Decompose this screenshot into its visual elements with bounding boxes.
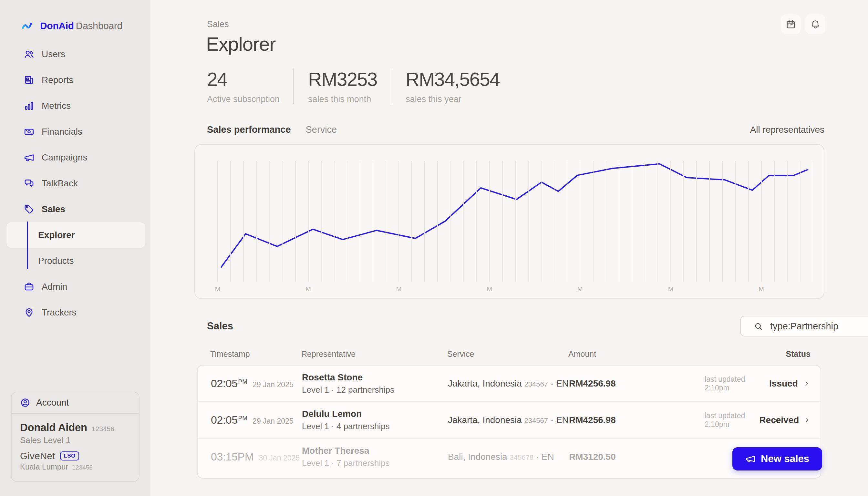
campaigns-icon	[24, 152, 34, 163]
sales-section-title: Sales	[207, 320, 233, 332]
chevron-right-icon[interactable]	[803, 380, 810, 388]
gridline	[722, 161, 723, 282]
sidebar-item-users[interactable]: Users	[0, 41, 151, 67]
app-window: DonAidDashboard UsersReportsMetricsFinan…	[0, 0, 868, 496]
sidebar: DonAidDashboard UsersReportsMetricsFinan…	[0, 0, 151, 496]
gridline	[748, 161, 749, 282]
admin-icon	[24, 281, 34, 292]
gridline	[243, 161, 244, 282]
sidebar-item-reports[interactable]: Reports	[0, 67, 151, 93]
service-cell: Jakarta, Indonesia 234567 · EN	[448, 415, 569, 425]
tab-sales-performance[interactable]: Sales performance	[207, 124, 291, 135]
new-sales-button[interactable]: New sales	[732, 447, 822, 470]
stat-value: RM34,5654	[406, 68, 500, 90]
account-org-name: GiveNet	[20, 450, 55, 462]
sidebar-item-metrics[interactable]: Metrics	[0, 93, 151, 119]
gridline	[489, 161, 490, 282]
stat-label: Active subscription	[207, 94, 280, 104]
breadcrumb: Sales	[207, 19, 229, 29]
stats-row: 24 Active subscriptionRM3253 sales this …	[207, 68, 528, 104]
bottom-fade	[196, 478, 868, 496]
account-org-location: Kuala Lumpur	[20, 462, 68, 471]
top-actions	[781, 14, 825, 34]
representatives-selector[interactable]: All representatives	[750, 125, 824, 135]
account-user-role: Sales Level 1	[20, 435, 130, 445]
status-cell: last updated 2:10pm Issued	[704, 375, 810, 392]
gridline	[360, 161, 360, 282]
gridline	[476, 161, 477, 282]
account-user-name: Donald Aiden	[20, 421, 87, 434]
stat-label: sales this year	[406, 94, 500, 104]
gridline	[619, 161, 619, 282]
x-tick-label: M	[487, 285, 492, 293]
brand-name: DonAidDashboard	[40, 20, 122, 31]
gridline	[295, 161, 296, 282]
sales-icon	[24, 204, 34, 215]
brand-logo: DonAidDashboard	[0, 19, 151, 33]
amount-cell: RM4256.98	[569, 415, 704, 425]
gridline	[657, 161, 658, 282]
table-row-2[interactable]: 03:15PM 30 Jan 2025 Mother Theresa Level…	[198, 438, 821, 475]
table-row-0[interactable]: 02:05PM 29 Jan 2025 Rosetta Stone Level …	[198, 366, 821, 402]
gridline	[282, 161, 282, 282]
sidebar-subitem-products[interactable]: Products	[0, 248, 151, 274]
gridline	[373, 161, 373, 282]
timestamp-cell: 03:15PM 30 Jan 2025	[211, 450, 302, 463]
chevron-right-icon[interactable]	[804, 416, 810, 424]
gridline	[709, 161, 710, 282]
representative-cell: Delulu Lemon Level 1 · 4 partnerships	[302, 409, 448, 431]
sidebar-item-campaigns[interactable]: Campaigns	[0, 145, 151, 170]
chart-tabs: Sales performance Service All representa…	[207, 124, 824, 135]
sidebar-item-trackers[interactable]: Trackers	[0, 300, 151, 326]
gridline	[813, 161, 813, 282]
x-tick-label: M	[668, 285, 673, 293]
representative-cell: Mother Theresa Level 1 · 7 partnerships	[302, 446, 448, 468]
sidebar-nav: UsersReportsMetricsFinancialsCampaignsTa…	[0, 41, 151, 326]
sidebar-item-sales[interactable]: Sales	[0, 196, 151, 222]
main-content: Sales Explorer 24 Active subscriptionRM3…	[151, 0, 868, 496]
sidebar-item-admin[interactable]: Admin	[0, 274, 151, 300]
table-row-1[interactable]: 02:05PM 29 Jan 2025 Delulu Lemon Level 1…	[198, 402, 821, 438]
subnav-indicator-line	[27, 221, 28, 269]
gridline	[670, 161, 671, 282]
bell-icon	[810, 19, 821, 29]
stat-value: RM3253	[308, 68, 377, 90]
gridline	[761, 161, 762, 282]
user-circle-icon	[20, 398, 30, 408]
gridline	[450, 161, 451, 282]
gridline	[541, 161, 542, 282]
account-header[interactable]: Account	[12, 392, 139, 414]
sidebar-item-financials[interactable]: Financials	[0, 119, 151, 145]
gridline	[632, 161, 632, 282]
notifications-button[interactable]	[805, 14, 825, 34]
gridline	[412, 161, 412, 282]
gridline	[528, 161, 529, 282]
gridline	[735, 161, 735, 282]
status-cell: last updated 2:10pm Received	[704, 412, 810, 429]
timestamp-cell: 02:05PM 29 Jan 2025	[211, 377, 302, 390]
calendar-icon	[786, 19, 796, 29]
gridline	[334, 161, 335, 282]
column-header-timestamp: Timestamp	[210, 350, 301, 359]
tab-service[interactable]: Service	[306, 124, 337, 135]
search-icon	[754, 322, 763, 331]
gridline	[645, 161, 645, 282]
account-details: Donald Aiden 123456 Sales Level 1 GiveNe…	[12, 414, 139, 481]
trackers-icon	[24, 307, 34, 318]
account-user-id: 123456	[92, 425, 114, 433]
sidebar-item-talkback[interactable]: TalkBack	[0, 170, 151, 196]
financials-icon	[24, 126, 34, 137]
stat-label: sales this month	[308, 94, 377, 104]
gridline	[347, 161, 347, 282]
x-tick-label: M	[306, 285, 311, 293]
gridline	[256, 161, 257, 282]
column-header-status: Status	[704, 350, 810, 359]
chart-plot-area	[218, 161, 813, 282]
account-card[interactable]: Account Donald Aiden 123456 Sales Level …	[11, 392, 140, 482]
search-input[interactable]	[770, 321, 868, 332]
calendar-button[interactable]	[781, 14, 801, 34]
gridline	[580, 161, 580, 282]
metrics-icon	[24, 100, 34, 111]
sales-table-header: TimestampRepresentativeServiceAmountStat…	[197, 350, 821, 359]
megaphone-icon	[745, 454, 756, 464]
